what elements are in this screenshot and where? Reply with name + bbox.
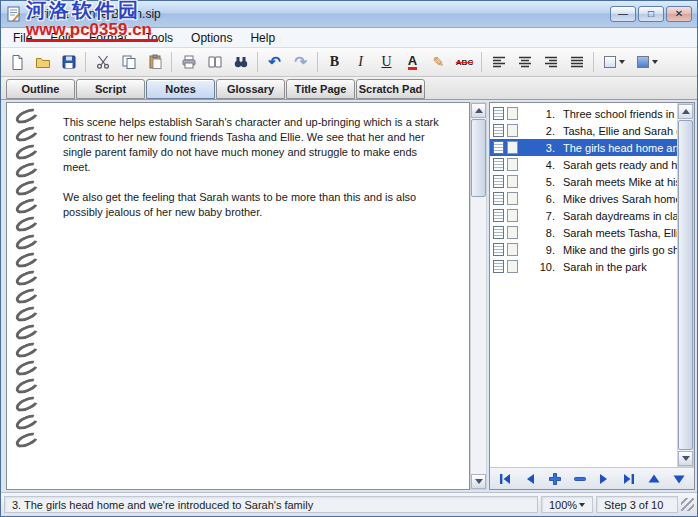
minimize-button[interactable]: — <box>610 6 636 22</box>
highlight-button[interactable]: ✎ <box>426 50 451 74</box>
style-dropdown[interactable] <box>631 50 663 74</box>
scene-document-icon <box>493 192 504 205</box>
scene-document-icon <box>493 107 504 120</box>
strikethrough-button[interactable]: ABC <box>452 50 477 74</box>
underline-button[interactable]: U <box>374 50 399 74</box>
scene-document-icon <box>493 226 504 239</box>
scene-list-item[interactable]: 6. Mike drives Sarah home <box>490 190 677 207</box>
scene-list-item[interactable]: 8. Sarah meets Tasha, Ellie an <box>490 224 677 241</box>
italic-button[interactable]: I <box>348 50 373 74</box>
binoculars-icon <box>233 54 249 70</box>
toolbar-separator <box>481 52 482 72</box>
scene-list-item[interactable]: 7. Sarah daydreams in class <box>490 207 677 224</box>
maximize-button[interactable]: □ <box>638 6 664 22</box>
menu-format[interactable]: Format <box>80 29 136 47</box>
zoom-dropdown[interactable]: 100% <box>541 496 593 513</box>
menu-tools[interactable]: Tools <box>136 29 182 47</box>
toolbar-separator <box>593 52 594 72</box>
menu-file[interactable]: File <box>4 29 41 47</box>
scene-list-item[interactable]: 10. Sarah in the park <box>490 258 677 275</box>
save-icon <box>61 54 77 70</box>
cut-button[interactable] <box>90 50 115 74</box>
nav-last-button[interactable] <box>620 471 638 487</box>
scroll-track[interactable] <box>471 118 486 474</box>
resize-grip[interactable] <box>681 498 694 511</box>
tab-title-page[interactable]: Title Page <box>286 79 355 99</box>
scroll-thumb[interactable] <box>471 119 486 197</box>
scene-note-icon <box>507 141 518 154</box>
nav-add-button[interactable] <box>546 471 564 487</box>
align-right-button[interactable] <box>538 50 563 74</box>
undo-button[interactable]: ↶ <box>262 50 287 74</box>
open-button[interactable] <box>30 50 55 74</box>
scene-list-item[interactable]: 9. Mike and the girls go shoppi <box>490 241 677 258</box>
printer-icon <box>181 54 197 70</box>
tab-notes[interactable]: Notes <box>146 79 215 99</box>
scene-note-icon <box>507 124 518 137</box>
scene-title: Sarah gets ready and heads <box>563 159 677 171</box>
scroll-down-button[interactable] <box>678 451 693 466</box>
arrow-down-icon <box>475 479 483 484</box>
scene-note-icon <box>507 226 518 239</box>
scene-list-item[interactable]: 5. Sarah meets Mike at his hou <box>490 173 677 190</box>
notes-editor[interactable]: This scene helps establish Sarah's chara… <box>51 103 469 489</box>
font-color-button[interactable]: A <box>400 50 425 74</box>
tab-outline[interactable]: Outline <box>6 79 75 99</box>
spiral-ring <box>14 178 41 199</box>
fill-color-dropdown[interactable] <box>598 50 630 74</box>
nav-move-up-button[interactable] <box>645 471 663 487</box>
spiral-ring <box>14 304 41 325</box>
notes-scrollbar[interactable] <box>470 102 487 490</box>
scroll-up-button[interactable] <box>471 103 486 118</box>
scene-document-icon <box>493 175 504 188</box>
scene-document-icon <box>493 260 504 273</box>
scene-list-item-selected[interactable]: 3. The girls head home and we <box>490 139 677 156</box>
menu-options[interactable]: Options <box>182 29 241 47</box>
menu-edit[interactable]: Edit <box>41 29 80 47</box>
nav-first-button[interactable] <box>496 471 514 487</box>
align-left-button[interactable] <box>486 50 511 74</box>
spiral-ring <box>14 124 41 145</box>
scene-list-item[interactable]: 1. Three school friends in a par <box>490 105 677 122</box>
scroll-track[interactable] <box>678 119 693 451</box>
scroll-up-button[interactable] <box>678 104 693 119</box>
find-button[interactable] <box>228 50 253 74</box>
titlebar[interactable]: Script It - Once Bitten.sip — □ ✕ <box>1 1 697 28</box>
tab-scratch-pad[interactable]: Scratch Pad <box>356 79 425 99</box>
redo-button[interactable]: ↷ <box>288 50 313 74</box>
close-button[interactable]: ✕ <box>666 6 692 22</box>
scene-title: Sarah meets Tasha, Ellie an <box>563 227 677 239</box>
menu-help[interactable]: Help <box>241 29 284 47</box>
scene-title: Three school friends in a par <box>563 108 677 120</box>
print-button[interactable] <box>176 50 201 74</box>
nav-previous-button[interactable] <box>521 471 539 487</box>
scene-note-icon <box>507 192 518 205</box>
nav-remove-button[interactable] <box>571 471 589 487</box>
scene-list-item[interactable]: 4. Sarah gets ready and heads <box>490 156 677 173</box>
save-button[interactable] <box>56 50 81 74</box>
align-justify-button[interactable] <box>564 50 589 74</box>
tab-script[interactable]: Script <box>76 79 145 99</box>
notes-page: This scene helps establish Sarah's chara… <box>6 102 470 490</box>
paste-button[interactable] <box>142 50 167 74</box>
copy-button[interactable] <box>116 50 141 74</box>
spiral-ring <box>14 160 41 181</box>
page-view-button[interactable] <box>202 50 227 74</box>
scroll-thumb[interactable] <box>678 120 693 450</box>
scene-list-item[interactable]: 2. Tasha, Ellie and Sarah go sh <box>490 122 677 139</box>
move-up-icon <box>647 472 661 486</box>
toolbar-separator <box>85 52 86 72</box>
scene-note-icon <box>507 175 518 188</box>
new-document-button[interactable] <box>4 50 29 74</box>
scroll-down-button[interactable] <box>471 474 486 489</box>
font-color-icon: A <box>408 55 417 70</box>
chevron-down-icon <box>619 60 625 64</box>
paste-clipboard-icon <box>147 54 163 70</box>
scene-nav-toolbar <box>490 467 694 489</box>
tab-glossary[interactable]: Glossary <box>216 79 285 99</box>
scene-list-scrollbar[interactable] <box>677 103 694 467</box>
nav-next-button[interactable] <box>596 471 614 487</box>
align-center-button[interactable] <box>512 50 537 74</box>
bold-button[interactable]: B <box>322 50 347 74</box>
nav-move-down-button[interactable] <box>670 471 688 487</box>
